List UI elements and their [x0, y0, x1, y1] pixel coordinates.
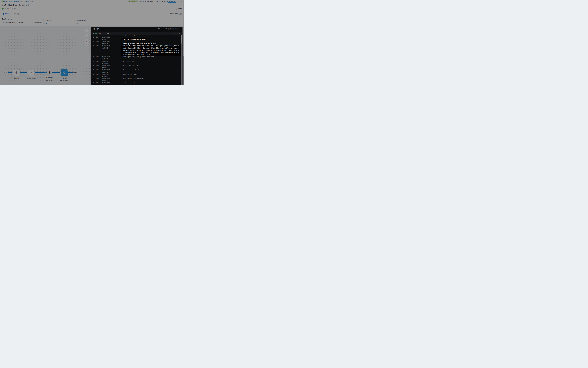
- log-level: INFO: [96, 82, 99, 84]
- log-message: Helm version: V380: [123, 73, 182, 75]
- log-message: Region: us-east-1: [123, 82, 182, 84]
- log-entry: 10INFO15/09/2022 16:09:42Helm version: V…: [91, 73, 182, 78]
- log-line-number: 12: [92, 82, 94, 84]
- log-line-number: 4: [92, 40, 94, 43]
- log-text: Chart bucket: achhelmbucket: [123, 78, 145, 79]
- log-timestamp: 15/09/2022 16:09:42: [102, 73, 117, 78]
- log-clipped-line: in git....... }: [91, 35, 182, 36]
- log-timestamp: 15/09/2022 16:09:42: [102, 64, 117, 69]
- log-text: Starting fetching Helm values: [122, 38, 147, 41]
- log-timestamp: 15/09/2022 16:09:42: [102, 56, 117, 60]
- log-level: INFO: [96, 36, 99, 38]
- log-text: Helm repository: aws-qa-setup-modified: [123, 56, 154, 58]
- arrow-down-icon: ↓: [176, 33, 177, 34]
- log-search-button[interactable]: [158, 28, 160, 30]
- log-console-view-button[interactable]: Console View: [168, 28, 179, 30]
- log-scrollbar-thumb[interactable]: [181, 44, 182, 85]
- log-text: in git....... }: [123, 35, 135, 36]
- log-level: INFO: [96, 45, 99, 47]
- log-level: INFO: [96, 56, 99, 58]
- scroll-up-button[interactable]: ↑: [174, 33, 175, 34]
- log-level: INFO: [96, 73, 99, 75]
- log-message: Helm repository: aws-qa-setup-modified: [123, 56, 182, 58]
- log-text: Helm version: V380: [123, 74, 137, 75]
- log-entry: 6INFO15/09/2022 16:09:42Helm repository:…: [91, 56, 182, 60]
- log-message: Chart version: 0.1.0: [123, 69, 182, 71]
- log-scrollbar[interactable]: [181, 35, 182, 85]
- log-text: Did not find the chart and version in lo…: [123, 45, 179, 55]
- log-message: in git....... }: [123, 35, 182, 36]
- log-message: Did not find the chart and version in lo…: [121, 45, 181, 56]
- log-entry: 9INFO15/09/2022 16:09:42Chart version: 0…: [91, 69, 182, 73]
- log-level: INFO: [96, 60, 99, 62]
- log-level: INFO: [96, 69, 99, 71]
- log-timestamp: 15/09/2022 16:09:42: [102, 69, 117, 73]
- external-link-icon: [165, 28, 167, 30]
- log-entry: 7INFO15/09/2022 16:09:42Base Path: chart…: [91, 60, 182, 64]
- log-open-in-new-button[interactable]: [165, 28, 167, 30]
- log-section-header[interactable]: ✓ Fetch Files ↑ ↓ 9s: [92, 32, 181, 35]
- log-line-number: 9: [92, 69, 94, 71]
- log-timestamp: 15/09/2022 16:09:35: [102, 45, 117, 49]
- log-line-number: 3: [92, 36, 94, 38]
- log-entry: 4INFO15/09/2022 16:09:35Fetching values.…: [91, 40, 182, 45]
- arrow-up-icon: ↑: [174, 33, 175, 34]
- log-text: Fetching values.yaml from helm chart rep…: [122, 43, 157, 45]
- log-line-number: 5: [92, 45, 94, 47]
- log-body: in git....... }3INFO15/09/2022 16:09:35S…: [91, 35, 182, 85]
- log-level: INFO: [96, 40, 99, 43]
- log-message: Chart bucket: achhelmbucket: [123, 78, 182, 80]
- log-timestamp: 15/09/2022 16:09:42: [102, 78, 117, 82]
- fullscreen-icon: [161, 28, 163, 30]
- log-text: Chart name: test-chart: [123, 65, 141, 66]
- log-text: Chart version: 0.1.0: [123, 69, 139, 71]
- log-timestamp: 15/09/2022 16:09:35: [102, 40, 117, 45]
- log-timestamp: 15/09/2022 16:09:42: [102, 60, 117, 64]
- log-entry: 11INFO15/09/2022 16:09:42Chart bucket: a…: [91, 78, 182, 82]
- step-success-icon: ✓: [95, 33, 97, 34]
- log-message: Fetching values.yaml from helm chart rep…: [123, 40, 182, 45]
- chevron-down-icon[interactable]: [93, 33, 94, 34]
- search-icon: [158, 28, 160, 30]
- log-message: Base Path: charts/: [123, 60, 182, 62]
- log-message: Chart name: test-chart: [123, 64, 182, 67]
- log-line-number: 8: [92, 64, 94, 67]
- log-timestamp: 15/09/2022 16:09:35: [102, 36, 117, 40]
- log-text: Region: us-east-1: [123, 82, 137, 84]
- log-entry: 3INFO15/09/2022 16:09:35Starting fetchin…: [91, 36, 182, 40]
- scroll-down-button[interactable]: ↓: [176, 33, 177, 34]
- log-line-number: 11: [92, 78, 94, 80]
- log-level: INFO: [96, 64, 99, 67]
- log-entry: 5INFO15/09/2022 16:09:35Did not find the…: [91, 45, 182, 56]
- log-text: Base Path: charts/: [123, 60, 137, 62]
- log-line-number: 10: [92, 73, 94, 75]
- log-line-number: 7: [92, 60, 94, 62]
- log-panel-header: Step Logs Console View: [91, 27, 182, 31]
- step-logs-panel: Step Logs Console View ✓ Fetch Files ↑ ↓…: [91, 27, 182, 85]
- log-level: INFO: [96, 78, 99, 80]
- log-entry: in git....... }: [91, 35, 182, 36]
- log-entry: 12INFO15/09/2022 16:09:42Region: us-east…: [91, 82, 182, 85]
- log-line-number: 6: [92, 56, 94, 58]
- step-name: Fetch Files: [99, 33, 109, 34]
- log-entry: 8INFO15/09/2022 16:09:42Chart name: test…: [91, 64, 182, 69]
- step-duration: 9s: [179, 33, 180, 34]
- log-fullscreen-button[interactable]: [161, 28, 163, 30]
- log-panel-title: Step Logs: [92, 28, 99, 30]
- log-message: Starting fetching Helm values: [123, 36, 182, 40]
- log-timestamp: 15/09/2022 16:09:42: [102, 82, 117, 85]
